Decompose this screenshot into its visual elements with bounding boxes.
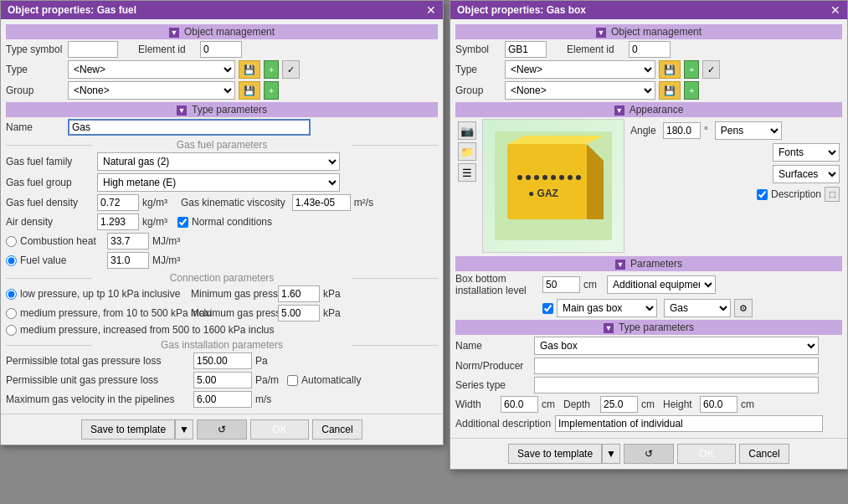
gas-fuel-density-input[interactable]	[97, 194, 139, 211]
main-gas-box-select[interactable]: Main gas box	[557, 299, 657, 317]
main-gas-box-checkbox[interactable]	[542, 303, 553, 314]
gas-box-image-container: ● GAZ	[482, 119, 624, 253]
group-save-btn[interactable]: 💾	[239, 81, 260, 100]
svg-point-8	[551, 175, 556, 180]
connection-params-header: Connection parameters	[6, 272, 438, 284]
ok-button-gas[interactable]: OK	[250, 419, 309, 440]
group-row: Group <None> 💾 +	[6, 81, 438, 100]
cancel-button-box[interactable]: Cancel	[739, 444, 789, 464]
element-id-input[interactable]: 0	[200, 41, 242, 58]
box-group-save-btn[interactable]: 💾	[659, 81, 681, 100]
group-select[interactable]: <None>	[68, 81, 235, 100]
angle-row: Angle ° Pens	[630, 121, 840, 140]
low-pressure-radio[interactable]	[6, 289, 17, 300]
air-density-input[interactable]	[97, 213, 139, 230]
folder-button[interactable]: 📁	[458, 142, 476, 161]
surfaces-select[interactable]: Surfaces	[773, 165, 840, 183]
automatically-checkbox[interactable]	[287, 375, 298, 386]
box-type-select[interactable]: <New>	[505, 60, 655, 79]
min-gas-pressure-label: Minimum gas pressure	[191, 288, 275, 300]
box-element-id-input[interactable]	[629, 41, 671, 58]
additional-equipment-select[interactable]: Additional equipment	[607, 275, 716, 294]
name-row: Name	[6, 119, 438, 136]
max-gas-pressure-input[interactable]	[278, 305, 320, 321]
box-bottom-row: Box bottominstallation level cm Addition…	[455, 273, 842, 296]
description-checkbox[interactable]	[757, 189, 768, 200]
ok-button-box[interactable]: OK	[677, 444, 736, 464]
fuel-value-input[interactable]	[107, 252, 149, 269]
box-save-template-dropdown-button[interactable]: ▼	[602, 444, 620, 464]
additional-description-input[interactable]	[555, 415, 823, 432]
permissible-total-label: Permissible total gas pressure loss	[6, 355, 190, 367]
fuel-value-unit: MJ/m³	[152, 255, 180, 266]
type-add-btn[interactable]: +	[264, 60, 279, 79]
refresh-button-gas[interactable]: ↺	[197, 419, 247, 440]
gas-select[interactable]: Gas	[664, 299, 731, 317]
gas-fuel-title: Object properties: Gas fuel	[8, 4, 136, 16]
save-template-button[interactable]: Save to template	[81, 419, 175, 440]
fonts-select[interactable]: Fonts	[773, 143, 840, 162]
fuel-value-row: Fuel value MJ/m³	[6, 252, 438, 269]
medium-pressure-radio[interactable]	[6, 308, 17, 319]
save-template-dropdown-button[interactable]: ▼	[175, 419, 193, 440]
gas-fuel-titlebar: Object properties: Gas fuel ✕	[1, 1, 443, 19]
name-input[interactable]	[68, 119, 311, 136]
box-save-template-group: Save to template ▼	[508, 444, 620, 464]
list-button[interactable]: ☰	[458, 163, 476, 182]
box-save-template-button[interactable]: Save to template	[508, 444, 602, 464]
photo-button[interactable]: 📷	[458, 121, 476, 140]
gas-kinematic-input[interactable]	[292, 194, 351, 211]
angle-input[interactable]	[663, 122, 701, 139]
medium-pressure-row: medium pressure, from 10 to 500 kPa incl…	[6, 305, 438, 321]
width-input[interactable]	[501, 396, 538, 413]
type-symbol-input[interactable]	[68, 41, 118, 58]
combustion-heat-input[interactable]	[107, 233, 149, 249]
description-expand-btn[interactable]: ⬚	[825, 187, 840, 202]
depth-label: Depth	[563, 399, 597, 410]
collapse-icon2: ▼	[177, 105, 187, 116]
box-element-id-label: Element id	[567, 44, 625, 55]
norm-producer-input[interactable]	[534, 357, 819, 374]
gas-fuel-density-unit: kg/m³	[142, 197, 167, 208]
svg-point-5	[526, 175, 531, 180]
box-type-add-btn[interactable]: +	[684, 60, 699, 79]
description-label: Description	[771, 188, 821, 200]
norm-producer-label: Norm/Producer	[455, 360, 531, 372]
refresh-button-box[interactable]: ↺	[624, 444, 674, 464]
group-add-btn[interactable]: +	[264, 81, 279, 100]
cancel-button-gas[interactable]: Cancel	[312, 419, 362, 440]
permissible-unit-input[interactable]	[193, 372, 252, 388]
box-group-select[interactable]: <None>	[505, 81, 655, 100]
gas-box-close-button[interactable]: ✕	[830, 4, 840, 16]
box-type-label: Type	[455, 64, 501, 75]
series-type-input[interactable]	[534, 377, 819, 393]
type-select[interactable]: <New>	[68, 60, 235, 79]
type-save-btn[interactable]: 💾	[239, 60, 260, 79]
gas-fuel-family-select[interactable]: Natural gas (2)	[97, 152, 340, 171]
combustion-heat-radio[interactable]	[6, 236, 17, 247]
box-symbol-input[interactable]	[505, 41, 547, 58]
gas-fuel-density-label: Gas fuel density	[6, 197, 94, 208]
pens-select[interactable]: Pens	[715, 121, 782, 140]
gas-fuel-group-select[interactable]: High metane (E)	[97, 173, 340, 192]
box-type-collapse-icon: ▼	[604, 323, 614, 333]
fuel-value-radio[interactable]	[6, 255, 17, 266]
box-bottom-input[interactable]	[542, 276, 580, 293]
box-type-save-btn[interactable]: 💾	[659, 60, 681, 79]
box-group-add-btn[interactable]: +	[684, 81, 699, 100]
max-gas-velocity-label: Maximum gas velocity in the pipelines	[6, 393, 190, 405]
gas-fuel-close-button[interactable]: ✕	[426, 4, 436, 16]
box-name-select[interactable]: Gas box	[534, 337, 819, 355]
box-type-row: Type <New> 💾 + ✓	[455, 60, 842, 79]
type-check-btn[interactable]: ✓	[282, 60, 300, 79]
max-gas-velocity-input[interactable]	[193, 391, 252, 408]
medium-increased-radio[interactable]	[6, 325, 17, 336]
depth-input[interactable]	[600, 396, 638, 413]
min-gas-pressure-input[interactable]	[278, 285, 320, 302]
permissible-total-input[interactable]	[193, 352, 252, 369]
gas-settings-btn[interactable]: ⚙	[734, 299, 753, 317]
normal-conditions-checkbox[interactable]	[177, 217, 188, 228]
air-density-label: Air density	[6, 216, 94, 228]
height-input[interactable]	[700, 396, 738, 413]
box-type-check-btn[interactable]: ✓	[702, 60, 720, 79]
